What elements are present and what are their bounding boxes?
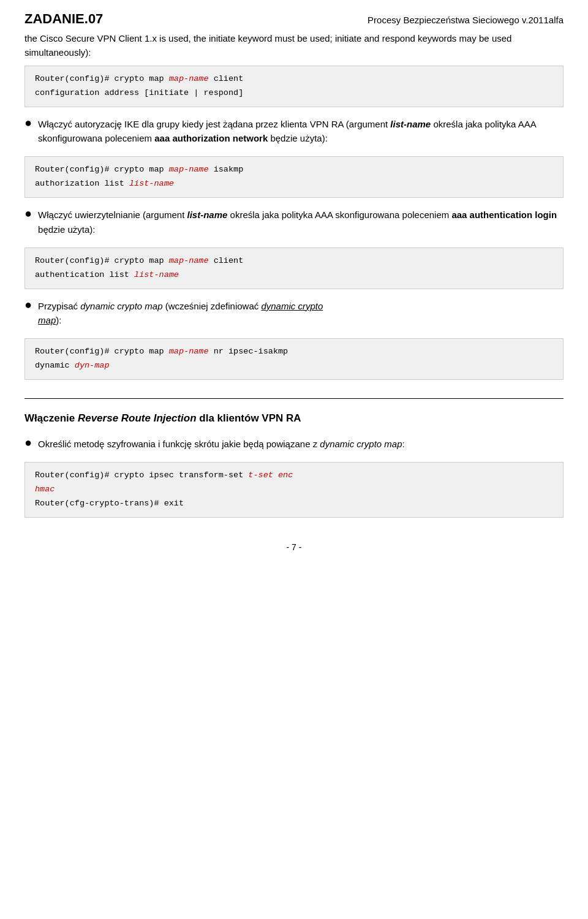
code-keyword-mapname-1: map-name [169,74,209,83]
code2-line1a: Router(config)# crypto map [35,165,169,174]
document-subtitle: Procesy Bezpieczeństwa Sieciowego v.2011… [368,15,564,25]
bullet-dot-1: ● [24,116,32,130]
bullet3-text-pre: Przypisać [38,301,80,311]
code5-line3: Router(cfg-crypto-trans)# exit [35,499,184,508]
bullet-dot-2: ● [24,206,32,221]
bullet-dot-4: ● [24,436,32,450]
bullet1-bold-part: aaa authorization network [154,133,268,143]
code2-keyword-mapname: map-name [169,165,209,174]
code-line-1a: Router(config)# crypto map [35,74,169,83]
bullet-section-2: ● Włączyć uwierzytelnianie (argument lis… [24,208,564,236]
bullet4-text-pre: Określić metodę szyfrowania i funkcję sk… [38,439,320,449]
bullet4-text-after: : [402,439,405,449]
bullet2-bold-part: aaa authentication login [451,210,557,220]
bullet-item-2: ● Włączyć uwierzytelnianie (argument lis… [24,208,564,236]
code4-line1a: Router(config)# crypto map [35,347,169,356]
bullet-text-2: Włączyć uwierzytelnianie (argument list-… [38,208,564,236]
code-block-1: Router(config)# crypto map map-name clie… [24,66,564,107]
bullet4-italic: dynamic crypto map [320,439,402,449]
code-block-4: Router(config)# crypto map map-name nr i… [24,338,564,380]
code-block-3: Router(config)# crypto map map-name clie… [24,248,564,289]
bullet-text-1: Włączyć autoryzację IKE dla grupy kiedy … [38,117,564,146]
page-number: - 7 - [24,542,564,558]
code2-keyword-listname: list-name [129,179,174,188]
bullet3-text-after: ): [56,315,61,325]
section-heading-rri: Włączenie Reverse Route Injection dla kl… [24,411,564,426]
code3-keyword-mapname: map-name [169,256,209,265]
bullet-dot-3: ● [24,298,32,312]
code-block-5: Router(config)# crypto ipsec transform-s… [24,462,564,518]
bullet2-text-after: będzie użyta): [38,224,95,235]
code3-keyword-listname: list-name [134,270,179,279]
code4-keyword-nr: nr [209,347,224,356]
bullet2-list-name: list-name [187,210,228,220]
bullet1-text-after: będzie użyta): [268,133,328,143]
bullet3-italic1: dynamic crypto map [80,301,162,311]
section-heading-after: dla klientów VPN RA [197,412,301,424]
bullet-section-4: ● Określić metodę szyfrowania i funkcję … [24,437,564,451]
main-content: the Cisco Secure VPN Client 1.x is used,… [24,32,564,518]
section-heading-pre: Włączenie [24,412,78,424]
section-divider [24,398,564,399]
page: ZADANIE.07 Procesy Bezpieczeństwa Siecio… [0,0,588,919]
bullet1-text-before: Włączyć autoryzację IKE dla grupy kiedy … [38,119,390,129]
code4-keyword-mapname: map-name [169,347,209,356]
page-header: ZADANIE.07 Procesy Bezpieczeństwa Siecio… [24,11,564,27]
bullet-text-4: Określić metodę szyfrowania i funkcję sk… [38,437,405,451]
code5-line1a: Router(config)# crypto ipsec transform-s… [35,471,248,480]
section-heading-italic: Reverse Route Injection [78,412,197,424]
bullet-text-3: Przypisać dynamic crypto map (wcześniej … [38,299,323,328]
bullet3-text-mid: (wcześniej zdefiniować [163,301,262,311]
bullet1-list-name: list-name [390,119,431,129]
bullet-item-4: ● Określić metodę szyfrowania i funkcję … [24,437,564,451]
code4-keyword-dynmap: dyn-map [75,361,110,370]
bullet3-italic2: dynamic crypto [261,301,323,311]
bullet-item-1: ● Włączyć autoryzację IKE dla grupy kied… [24,117,564,146]
code5-keyword-hmac: hmac [35,485,55,494]
bullet2-text-before: Włączyć uwierzytelnianie (argument [38,210,187,220]
code3-line1a: Router(config)# crypto map [35,256,169,265]
intro-text: the Cisco Secure VPN Client 1.x is used,… [24,33,511,58]
code-block-2: Router(config)# crypto map map-name isak… [24,156,564,198]
document-title: ZADANIE.07 [24,11,103,27]
intro-paragraph: the Cisco Secure VPN Client 1.x is used,… [24,32,564,59]
bullet3-italic3: map [38,315,56,325]
bullet2-text-middle: określa jaka polityka AAA skonfigurowana… [227,210,451,220]
bullet-section-1: ● Włączyć autoryzację IKE dla grupy kied… [24,117,564,146]
bullet-section-3: ● Przypisać dynamic crypto map (wcześnie… [24,299,564,328]
bullet-item-3: ● Przypisać dynamic crypto map (wcześnie… [24,299,564,328]
code5-keyword-tset: t-set enc [248,471,293,480]
